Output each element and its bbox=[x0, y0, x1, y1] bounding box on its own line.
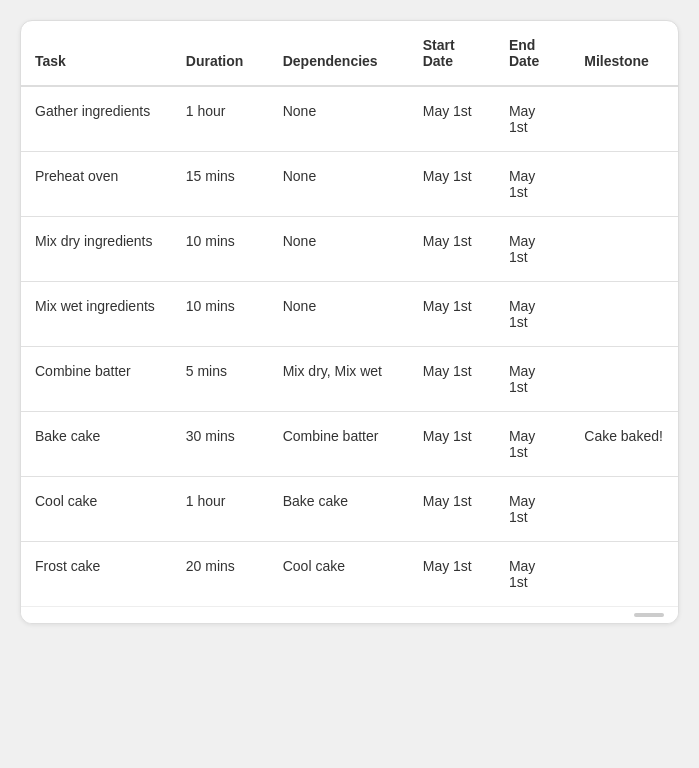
cell-start_date: May 1st bbox=[409, 282, 495, 347]
table-row: Frost cake20 minsCool cakeMay 1stMay 1st bbox=[21, 542, 678, 607]
cell-end_date: May 1st bbox=[495, 542, 570, 607]
cell-end_date: May 1st bbox=[495, 282, 570, 347]
cell-milestone bbox=[570, 347, 678, 412]
cell-duration: 10 mins bbox=[172, 282, 269, 347]
cell-dependencies: Combine batter bbox=[269, 412, 409, 477]
cell-duration: 20 mins bbox=[172, 542, 269, 607]
task-table: Task Duration Dependencies Start Date En… bbox=[21, 21, 678, 606]
cell-end_date: May 1st bbox=[495, 347, 570, 412]
cell-start_date: May 1st bbox=[409, 347, 495, 412]
cell-dependencies: None bbox=[269, 86, 409, 152]
cell-duration: 1 hour bbox=[172, 477, 269, 542]
table-row: Mix wet ingredients10 minsNoneMay 1stMay… bbox=[21, 282, 678, 347]
cell-duration: 5 mins bbox=[172, 347, 269, 412]
cell-duration: 10 mins bbox=[172, 217, 269, 282]
cell-start_date: May 1st bbox=[409, 412, 495, 477]
task-table-container: Task Duration Dependencies Start Date En… bbox=[20, 20, 679, 624]
cell-dependencies: None bbox=[269, 152, 409, 217]
header-end-date: End Date bbox=[495, 21, 570, 86]
cell-milestone bbox=[570, 217, 678, 282]
cell-task: Frost cake bbox=[21, 542, 172, 607]
cell-dependencies: Mix dry, Mix wet bbox=[269, 347, 409, 412]
cell-end_date: May 1st bbox=[495, 477, 570, 542]
cell-duration: 30 mins bbox=[172, 412, 269, 477]
cell-milestone: Cake baked! bbox=[570, 412, 678, 477]
cell-task: Combine batter bbox=[21, 347, 172, 412]
header-start-date: Start Date bbox=[409, 21, 495, 86]
cell-task: Gather ingredients bbox=[21, 86, 172, 152]
cell-start_date: May 1st bbox=[409, 477, 495, 542]
cell-task: Cool cake bbox=[21, 477, 172, 542]
table-row: Combine batter5 minsMix dry, Mix wetMay … bbox=[21, 347, 678, 412]
cell-end_date: May 1st bbox=[495, 152, 570, 217]
cell-task: Preheat oven bbox=[21, 152, 172, 217]
scrollbar-indicator bbox=[21, 606, 678, 623]
cell-start_date: May 1st bbox=[409, 86, 495, 152]
cell-dependencies: None bbox=[269, 217, 409, 282]
cell-start_date: May 1st bbox=[409, 217, 495, 282]
cell-milestone bbox=[570, 282, 678, 347]
header-dependencies: Dependencies bbox=[269, 21, 409, 86]
table-header-row: Task Duration Dependencies Start Date En… bbox=[21, 21, 678, 86]
table-row: Preheat oven15 minsNoneMay 1stMay 1st bbox=[21, 152, 678, 217]
cell-start_date: May 1st bbox=[409, 542, 495, 607]
header-task: Task bbox=[21, 21, 172, 86]
table-row: Cool cake1 hourBake cakeMay 1stMay 1st bbox=[21, 477, 678, 542]
cell-duration: 15 mins bbox=[172, 152, 269, 217]
cell-task: Mix dry ingredients bbox=[21, 217, 172, 282]
cell-milestone bbox=[570, 477, 678, 542]
cell-milestone bbox=[570, 542, 678, 607]
cell-milestone bbox=[570, 86, 678, 152]
cell-duration: 1 hour bbox=[172, 86, 269, 152]
cell-start_date: May 1st bbox=[409, 152, 495, 217]
cell-end_date: May 1st bbox=[495, 412, 570, 477]
cell-dependencies: None bbox=[269, 282, 409, 347]
cell-task: Bake cake bbox=[21, 412, 172, 477]
cell-end_date: May 1st bbox=[495, 217, 570, 282]
header-duration: Duration bbox=[172, 21, 269, 86]
cell-dependencies: Cool cake bbox=[269, 542, 409, 607]
table-row: Bake cake30 minsCombine batterMay 1stMay… bbox=[21, 412, 678, 477]
cell-task: Mix wet ingredients bbox=[21, 282, 172, 347]
cell-milestone bbox=[570, 152, 678, 217]
table-row: Mix dry ingredients10 minsNoneMay 1stMay… bbox=[21, 217, 678, 282]
cell-dependencies: Bake cake bbox=[269, 477, 409, 542]
table-row: Gather ingredients1 hourNoneMay 1stMay 1… bbox=[21, 86, 678, 152]
header-milestone: Milestone bbox=[570, 21, 678, 86]
scrollbar-thumb[interactable] bbox=[634, 613, 664, 617]
cell-end_date: May 1st bbox=[495, 86, 570, 152]
